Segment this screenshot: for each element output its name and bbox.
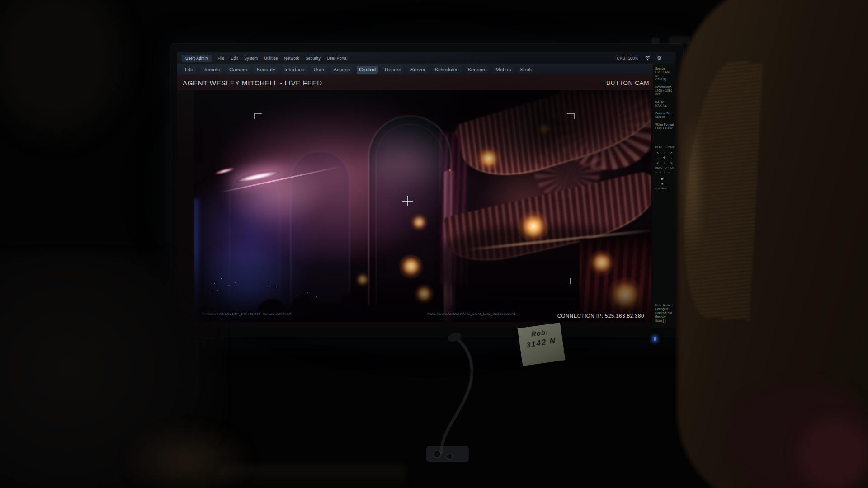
settings-sidebar: Source: LIVE CAM for CAM [8] Resolution*… (653, 64, 675, 328)
mute-audio-item[interactable]: Mute Audio (655, 304, 674, 308)
tab-remote[interactable]: Remote (200, 66, 223, 74)
balcony-upper-tier (453, 90, 651, 191)
balcony-fan-ornament-small (528, 134, 607, 205)
red-stage-curtain (580, 239, 651, 322)
crosshair-icon (402, 201, 413, 202)
sidebar-footer-menu: Mute Audio Configure Controls on/ Remote… (655, 304, 674, 323)
balcony-lower-tier (442, 170, 651, 271)
lens-flare-core (236, 169, 280, 184)
tab-camera[interactable]: Camera (227, 66, 250, 74)
menu-system[interactable]: System (244, 56, 258, 61)
camera-source-label: BUTTON CAM (606, 80, 649, 86)
nav-left-icon[interactable]: ← (655, 171, 658, 174)
balcony-underside-shadow (436, 226, 651, 303)
tab-server[interactable]: Server (408, 66, 428, 74)
tab-bar: File Remote Camera Security Interface Us… (177, 64, 653, 75)
center-home-icon[interactable]: ✛ (662, 155, 667, 160)
tab-sensors[interactable]: Sensors (466, 66, 489, 74)
wifi-icon[interactable] (645, 56, 651, 61)
feed-column: File Remote Camera Security Interface Us… (177, 64, 653, 328)
nav-up-icon[interactable]: ↑ (660, 171, 661, 174)
audience-silhouette (341, 293, 363, 322)
tab-motion[interactable]: Motion (493, 66, 513, 74)
sidebar-value: INT (655, 93, 674, 96)
tab-schedules[interactable]: Schedules (432, 66, 461, 74)
theater-lamp (414, 284, 434, 305)
arrow-down-icon[interactable]: ↓ (662, 160, 667, 165)
menu-edit[interactable]: Edit (231, 56, 238, 61)
menubar: User: Admin File Edit System Utilities N… (177, 52, 675, 64)
sidebar-label: Source: (655, 67, 674, 70)
feed-header: AGENT WESLEY MITCHELL - LIVE FEED BUTTON… (177, 75, 653, 90)
remote-item[interactable]: Remote (655, 315, 674, 319)
menu-user-portal[interactable]: User Portal (327, 56, 348, 61)
viewfinder-bracket-bottom-left (268, 282, 275, 287)
pink-haze (194, 90, 492, 294)
arrow-left-icon[interactable]: ← (655, 155, 660, 160)
nav-down-icon[interactable]: ↓ (664, 171, 665, 174)
pink-haze-secondary (343, 108, 470, 208)
arrow-down-left-icon[interactable]: ↙ (655, 160, 660, 165)
play-icon[interactable]: ▶ (661, 177, 674, 181)
monitor-osd-button (669, 36, 690, 44)
viewfinder-bracket-top-right (567, 113, 575, 119)
menu-network[interactable]: Network (284, 56, 299, 61)
lens-flare-glow (205, 138, 345, 242)
scan-item[interactable]: Scan [ ] (655, 319, 674, 323)
feed-title: AGENT WESLEY MITCHELL - LIVE FEED (183, 79, 322, 87)
tab-file[interactable]: File (183, 66, 196, 74)
keypad-option-label[interactable]: OPTION (665, 166, 674, 169)
keypad-menu-label[interactable]: MENU (655, 166, 662, 169)
woman-shoulder-highlight (798, 418, 868, 488)
crosshair-icon (407, 196, 408, 206)
sidebar-format-block: Video Format FKMO 4:4:4: (655, 123, 674, 130)
power-led (654, 337, 656, 341)
tab-control[interactable]: Control (357, 66, 378, 74)
feed-path-overlay-right: \\\USR\LOCAL\USR\APS_COM_LNC_05250998.A1 (427, 312, 516, 316)
theater-lamp (410, 213, 428, 231)
sidebar-resolution-block: Resolution* 868 x 488 INT (655, 85, 674, 96)
theater-arch-left (290, 150, 350, 304)
monitor-osd-button (651, 38, 660, 44)
vignette-top-right (425, 90, 651, 203)
arrow-right-icon[interactable]: → (669, 155, 674, 160)
lens-flare-small (214, 166, 236, 176)
sidebar-label: Current Size: (655, 112, 674, 115)
tab-record[interactable]: Record (382, 66, 404, 74)
teal-ceiling-patch (490, 97, 551, 154)
theater-lamp (606, 277, 644, 314)
tab-access[interactable]: Access (331, 66, 353, 74)
arrow-up-icon[interactable]: ↑ (662, 150, 667, 155)
sidebar-label: Resolution* (655, 85, 674, 89)
vignette-bottom (194, 254, 651, 322)
user-admin-menu[interactable]: User: Admin (182, 55, 212, 62)
keypad-prev-label[interactable]: PREV (655, 146, 662, 149)
arrow-down-right-icon[interactable]: ↘ (669, 160, 674, 165)
keypad-home-label[interactable]: HOME (667, 146, 675, 149)
menu-utilities[interactable]: Utilities (264, 56, 278, 61)
ptz-keypad: PREV HOME ↖ ↑ ↗ ← ✛ → ↙ ↓ ↘ (655, 146, 674, 190)
configure-item[interactable]: Configure (655, 307, 674, 311)
sticky-note: Rob: 3142 N (518, 323, 566, 366)
vignette-top (194, 90, 651, 167)
surveillance-screen: User: Admin File Edit System Utilities N… (177, 52, 675, 328)
controls-toggle-item[interactable]: Controls on/ (655, 311, 674, 315)
tab-seek[interactable]: Seek (518, 66, 534, 74)
connection-ip-label: CONNECTION IP: 525.163.82.380 (557, 313, 644, 319)
tab-user[interactable]: User (311, 66, 327, 74)
theater-arch-far (229, 172, 280, 303)
stop-icon[interactable]: ■ (661, 182, 674, 185)
gear-icon[interactable]: ⚙ (657, 56, 662, 61)
tab-interface[interactable]: Interface (282, 66, 307, 74)
sidebar-value: FKMO 4:4:4: (655, 127, 674, 130)
tab-security[interactable]: Security (255, 66, 278, 74)
audience-silhouette (257, 299, 287, 322)
menu-security[interactable]: Security (306, 56, 321, 61)
theater-lamp (476, 145, 501, 171)
cpu-usage-label: CPU: 100% (617, 56, 638, 61)
nav-right-icon[interactable]: → (667, 171, 670, 174)
arrow-up-left-icon[interactable]: ↖ (655, 150, 660, 155)
arrow-up-right-icon[interactable]: ↗ (669, 150, 674, 155)
theater-arch-main (368, 115, 452, 305)
menu-file[interactable]: File (218, 56, 225, 61)
